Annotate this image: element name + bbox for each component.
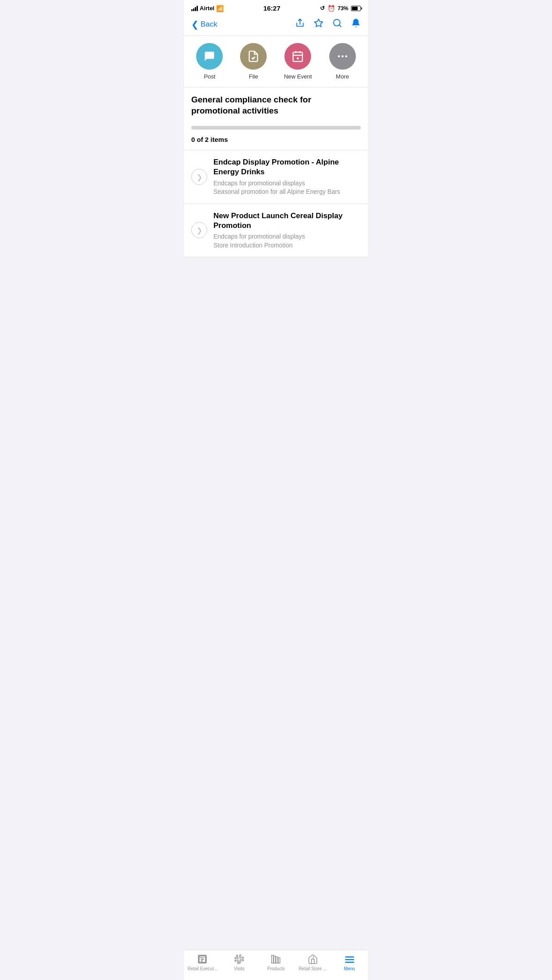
progress-bar-track bbox=[191, 126, 361, 129]
carrier-label: Airtel bbox=[200, 5, 214, 12]
list-item[interactable]: ❯ New Product Launch Cereal Display Prom… bbox=[184, 204, 368, 257]
status-right: ↺ ⏰ 73% bbox=[320, 5, 361, 12]
list-item-sub1: Endcaps for promotional displays bbox=[213, 232, 361, 241]
svg-point-11 bbox=[341, 55, 343, 58]
list-item-chevron-icon: ❯ bbox=[191, 169, 207, 185]
more-circle bbox=[329, 43, 356, 70]
progress-bar-container bbox=[184, 122, 368, 133]
action-more[interactable]: More bbox=[329, 43, 356, 80]
tab-products-label: Products bbox=[267, 966, 284, 971]
tab-retail-store-label: Retail Store ... bbox=[299, 966, 327, 971]
svg-point-12 bbox=[345, 55, 347, 58]
list-item-content: Endcap Display Promotion - Alpine Energy… bbox=[213, 157, 361, 196]
page-title-section: General compliance check for promotional… bbox=[184, 87, 368, 122]
star-icon[interactable] bbox=[314, 18, 323, 30]
action-file[interactable]: File bbox=[240, 43, 267, 80]
list-section: ❯ Endcap Display Promotion - Alpine Ener… bbox=[184, 150, 368, 257]
page-title: General compliance check for promotional… bbox=[191, 94, 361, 116]
status-left: Airtel 📶 bbox=[191, 5, 224, 12]
svg-line-3 bbox=[339, 25, 341, 27]
empty-space bbox=[184, 257, 368, 945]
svg-rect-15 bbox=[272, 955, 273, 963]
svg-rect-16 bbox=[274, 956, 276, 963]
lock-rotation-icon: ↺ bbox=[320, 5, 325, 12]
tab-retail-exec-label: Retail Execut... bbox=[188, 966, 217, 971]
status-bar: Airtel 📶 16:27 ↺ ⏰ 73% bbox=[184, 0, 368, 15]
status-time: 16:27 bbox=[263, 4, 280, 12]
list-item[interactable]: ❯ Endcap Display Promotion - Alpine Ener… bbox=[184, 150, 368, 204]
signal-bars-icon bbox=[191, 6, 198, 11]
wifi-icon: 📶 bbox=[216, 5, 224, 12]
nav-icons bbox=[295, 18, 361, 30]
tab-visits[interactable]: Visits bbox=[221, 954, 258, 971]
nav-bar: ❮ Back bbox=[184, 15, 368, 36]
list-item-sub2: Seasonal promotion for all Alpine Energy… bbox=[213, 188, 361, 196]
battery-indicator bbox=[351, 6, 361, 11]
items-count-label: 0 of 2 items bbox=[191, 136, 228, 143]
back-label: Back bbox=[201, 20, 217, 29]
action-post[interactable]: Post bbox=[196, 43, 223, 80]
svg-marker-1 bbox=[315, 19, 323, 27]
tab-visits-label: Visits bbox=[234, 966, 244, 971]
share-icon[interactable] bbox=[295, 18, 305, 30]
svg-rect-18 bbox=[278, 958, 280, 963]
list-item-sub1: Endcaps for promotional displays bbox=[213, 179, 361, 188]
action-row: Post File bbox=[184, 36, 368, 87]
tab-menu[interactable]: Menu bbox=[331, 954, 368, 971]
tab-menu-label: Menu bbox=[344, 966, 355, 971]
file-circle bbox=[240, 43, 267, 70]
post-label: Post bbox=[204, 73, 215, 80]
svg-rect-17 bbox=[276, 957, 278, 963]
action-new-event[interactable]: New Event bbox=[284, 43, 312, 80]
svg-point-10 bbox=[338, 55, 340, 58]
tab-products[interactable]: Products bbox=[258, 954, 295, 971]
bell-icon[interactable] bbox=[351, 18, 361, 30]
post-circle bbox=[196, 43, 223, 70]
new-event-circle bbox=[284, 43, 311, 70]
tab-retail-exec[interactable]: Retail Execut... bbox=[184, 954, 221, 971]
list-item-content: New Product Launch Cereal Display Promot… bbox=[213, 211, 361, 250]
tab-bar: Retail Execut... Visits Produc bbox=[184, 950, 368, 980]
file-label: File bbox=[249, 73, 258, 80]
back-chevron-icon: ❮ bbox=[191, 19, 199, 30]
search-icon[interactable] bbox=[332, 18, 342, 30]
list-item-title: Endcap Display Promotion - Alpine Energy… bbox=[213, 157, 361, 177]
alarm-icon: ⏰ bbox=[327, 5, 335, 12]
new-event-label: New Event bbox=[284, 73, 312, 80]
more-label: More bbox=[336, 73, 349, 80]
items-count-section: 0 of 2 items bbox=[184, 133, 368, 150]
list-item-chevron-icon: ❯ bbox=[191, 222, 207, 238]
list-item-title: New Product Launch Cereal Display Promot… bbox=[213, 211, 361, 231]
list-item-sub2: Store Introduction Promotion bbox=[213, 241, 361, 250]
svg-rect-4 bbox=[293, 52, 303, 62]
back-button[interactable]: ❮ Back bbox=[191, 19, 217, 30]
battery-percent: 73% bbox=[338, 5, 348, 12]
tab-retail-store[interactable]: Retail Store ... bbox=[294, 954, 331, 971]
